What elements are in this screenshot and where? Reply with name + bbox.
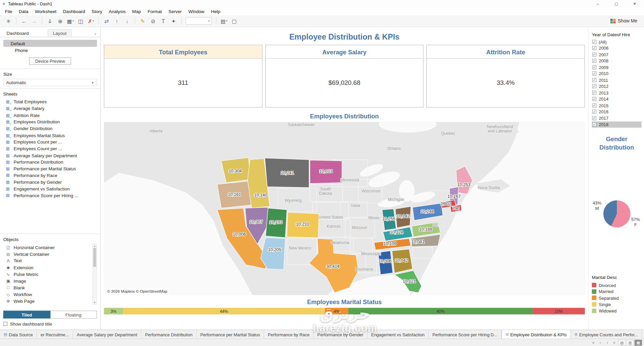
marital-segment-widowed[interactable]: 3% (104, 308, 123, 314)
year-option-all[interactable]: ✓(All) (592, 39, 642, 45)
device-default[interactable]: Default (3, 40, 97, 47)
sheet-item-performance-by-race[interactable]: ▦Performance by Race (3, 172, 97, 179)
gender-pie-chart[interactable] (603, 200, 631, 227)
undo-icon[interactable]: ← (19, 16, 29, 25)
employees-distribution-map[interactable]: 10,30410,16110,14010,24110,01310,00610,3… (104, 122, 585, 295)
sheet-tab-er-recruitme[interactable]: er Recruitme... (37, 330, 73, 339)
year-option-2011[interactable]: ✓2011 (592, 77, 642, 83)
tab-dashboard[interactable]: Dashboard (2, 30, 34, 37)
sheet-tab-employee-counts-and-perfor[interactable]: ⊞Employee Counts and Perfor... (571, 330, 642, 339)
legend-item-separated[interactable]: Separated (592, 295, 642, 301)
checkbox-checked-icon[interactable]: ✓ (592, 65, 596, 69)
show-dashboard-title-row[interactable]: Show dashboard title (3, 322, 97, 327)
menu-server[interactable]: Server (165, 7, 185, 15)
marital-segment-divorced[interactable]: 10% (533, 308, 585, 314)
object-pulse-metric[interactable]: ∿Pulse Metric (3, 271, 91, 278)
duplicate-icon[interactable]: ◫ (76, 16, 86, 25)
scrollbar-thumb[interactable] (93, 248, 96, 267)
sheet-item-performance-score-per-hiring[interactable]: ▦Performance Score per Hiring ... (3, 192, 97, 199)
object-blank[interactable]: □Blank (3, 284, 91, 291)
year-option-2010[interactable]: ✓2010 (592, 70, 642, 77)
scroll-down-icon[interactable]: ▼ (94, 301, 96, 304)
collapse-pane-icon[interactable]: ‹ (92, 31, 99, 37)
kpi-average-salary[interactable]: Average Salary $69,020.68 (265, 45, 424, 107)
size-selector[interactable]: Automatic ▼ (3, 79, 97, 86)
sheet-tab-average-salary-per-department[interactable]: Average Salary per Department (73, 330, 142, 339)
show-title-checkbox[interactable] (3, 322, 7, 326)
marital-segment-married[interactable]: 40% (348, 308, 533, 314)
sheet-tab-performance-distribution[interactable]: Performance Distribution (141, 330, 197, 339)
sheet-item-performance-per-marital-status[interactable]: ▦Performance per Marital Status (3, 165, 97, 172)
sheet-tab-performance-score-per-hiring-d[interactable]: Performance Score per Hiring D... (429, 330, 501, 339)
menu-help[interactable]: Help (208, 7, 223, 15)
sheet-item-average-salary[interactable]: ▦✓Average Salary (3, 105, 97, 112)
sheet-item-employees-distribution[interactable]: ▦✓Employees Distribution (3, 119, 97, 125)
new-worksheet-icon[interactable]: ▦▾ (66, 16, 75, 25)
sheet-tab-performance-by-race[interactable]: Performance by Race (264, 330, 314, 339)
sheet-tab-engagement-vs-satisfaction[interactable]: Engagement vs Satisfaction (368, 330, 429, 339)
legend-item-single[interactable]: Single (592, 301, 642, 307)
text-label-icon[interactable]: T (159, 16, 168, 25)
objects-scrollbar[interactable]: ▲ ▼ (93, 244, 97, 305)
tiled-button[interactable]: Tiled (3, 311, 50, 319)
sheet-item-employees-count-per[interactable]: ▦Employees Count per ... (3, 145, 97, 152)
go-next-icon[interactable]: › (604, 340, 610, 345)
checkbox-checked-icon[interactable]: ✓ (592, 52, 596, 56)
tab-layout[interactable]: Layout (48, 29, 72, 37)
checkbox-checked-icon[interactable]: ✓ (592, 46, 596, 50)
go-first-icon[interactable]: « (590, 340, 596, 345)
sort-ascending-icon[interactable]: ↑ (112, 16, 121, 25)
object-horizontal-container[interactable]: ◫Horizontal Container (3, 244, 91, 251)
checkbox-checked-icon[interactable]: ✓ (592, 103, 596, 107)
legend-item-married[interactable]: Married (592, 288, 642, 295)
checkbox-checked-icon[interactable]: ✓ (592, 116, 596, 120)
presentation-mode-icon[interactable]: ▢ (229, 16, 239, 25)
year-option-2017[interactable]: ✓2017 (592, 115, 642, 121)
year-option-2018[interactable]: ✓2018 (592, 121, 642, 128)
add-data-icon[interactable]: ⊕ (55, 16, 65, 25)
checkbox-checked-icon[interactable]: ✓ (592, 84, 596, 88)
show-me-button[interactable]: Show Me (607, 18, 641, 24)
sheet-tab-performance-per-marital-status[interactable]: Performance per Marital Status (197, 330, 264, 339)
filmstrip-icon[interactable]: ▥ (626, 340, 634, 345)
highlight-icon[interactable]: ✎ (138, 16, 147, 25)
object-workflow[interactable]: ◇Workflow (3, 291, 91, 298)
marital-segment-separated[interactable]: 4% (325, 308, 348, 314)
menu-file[interactable]: File (2, 7, 15, 15)
sheet-item-employees-count-per[interactable]: ▦Employees Count per ... (3, 139, 97, 146)
sheet-item-gender-distribution[interactable]: ▦✓Gender Distribution (3, 125, 97, 132)
menu-story[interactable]: Story (88, 7, 105, 15)
object-image[interactable]: ▣Image (3, 278, 91, 284)
close-icon[interactable]: ✕ (626, 0, 644, 7)
save-icon[interactable]: ⇓ (45, 16, 55, 25)
fit-selector[interactable]: ▾ (185, 17, 212, 24)
year-option-2012[interactable]: ✓2012 (592, 83, 642, 90)
clear-sheet-icon[interactable]: ✗▾ (86, 16, 96, 25)
object-text[interactable]: AText (3, 257, 91, 264)
year-option-2014[interactable]: ✓2014 (592, 96, 642, 102)
sheet-tab-performance-by-gender[interactable]: Performance by Gender (314, 330, 367, 339)
menu-worksheet[interactable]: Worksheet (32, 7, 60, 15)
show-tabs-icon[interactable]: ▦ (635, 340, 642, 345)
map-attribution[interactable]: © 2026 Mapbox © OpenStreetMap (106, 289, 169, 294)
sheet-item-performance-by-gender[interactable]: ▦Performance by Gender (3, 179, 97, 185)
legend-item-widowed[interactable]: Widowed (592, 307, 642, 314)
floating-button[interactable]: Floating (50, 311, 97, 319)
object-extension[interactable]: ◆Extension (3, 264, 91, 271)
sheet-item-average-salary-per-department[interactable]: ▦Average Salary per Department (3, 152, 97, 159)
go-previous-icon[interactable]: ‹ (597, 340, 603, 345)
checkbox-checked-icon[interactable]: ✓ (592, 71, 596, 75)
menu-data[interactable]: Data (15, 7, 32, 15)
sheet-tab-employee-distribution-kpis[interactable]: ⊞Employee Distribution & KPIs (501, 330, 571, 339)
sheet-tab-data-source[interactable]: ▤Data Source (0, 330, 37, 339)
menu-window[interactable]: Window (185, 7, 208, 15)
object-web-page[interactable]: ⊕Web Page (3, 298, 91, 304)
checkbox-checked-icon[interactable]: ✓ (592, 110, 596, 114)
checkbox-checked-icon[interactable]: ✓ (592, 97, 596, 101)
kpi-total-employees[interactable]: Total Employees 311 (104, 45, 262, 107)
legend-item-divorced[interactable]: Divorced (592, 282, 642, 288)
menu-analysis[interactable]: Analysis (106, 7, 129, 15)
swap-axes-icon[interactable]: ⇄ (102, 16, 111, 25)
object-vertical-container[interactable]: ⊟Vertical Container (3, 251, 91, 257)
sheet-item-attrition-rate[interactable]: ▦✓Attrition Rate (3, 112, 97, 119)
